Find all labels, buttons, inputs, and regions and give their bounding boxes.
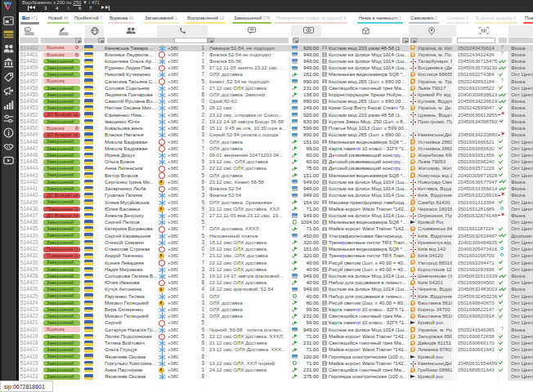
svg-text:ID: ID <box>25 28 29 32</box>
